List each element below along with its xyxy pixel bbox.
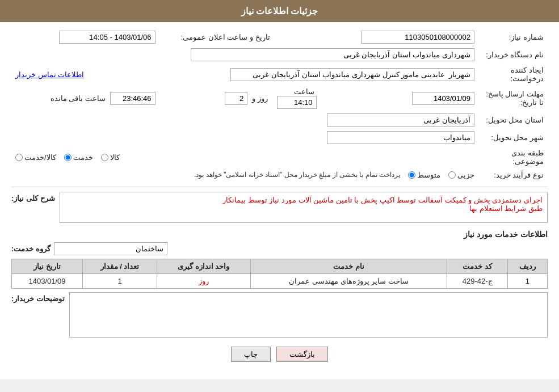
noeFaraind-radio-group: پرداخت تمام یا بخشی از مبلغ خریدار محل "… [15, 171, 474, 179]
page-header: جزئیات اطلاعات نیاز [0, 0, 559, 22]
tabaghe-label: طبقه بندی موضوعی: [478, 147, 547, 167]
radio-khedmat[interactable]: خدمت [64, 153, 93, 162]
khadamat-section-title: اطلاعات خدمات مورد نیاز [11, 230, 548, 239]
ijadKonande-label: ایجاد کننده درخواست: [478, 64, 547, 85]
form-table: شماره نیاز: تاریخ و ساعت اعلان عمومی: نا… [11, 28, 548, 182]
sharh-kolli-section: شرح کلی نیاز: اجرای دستمزدی پخش و کمیکت … [11, 192, 548, 223]
shahrTahvil-input[interactable] [327, 131, 474, 144]
tarikheElam-input[interactable] [59, 31, 155, 44]
row-shahrTahvil: شهر محل تحویل: [12, 129, 547, 146]
radio-jozii[interactable]: جزیی [448, 171, 474, 179]
ittilaat-link[interactable]: اطلاعات تماس خریدار [15, 70, 84, 79]
cell-kod: ج-42-429 [447, 274, 507, 289]
saat-label: ساعت [294, 87, 314, 96]
shomareNiaz-input[interactable] [361, 31, 474, 44]
shomareNiaz-label: شماره نیاز: [478, 29, 547, 45]
namDastgah-label: نام دستگاه خریدار: [478, 47, 547, 63]
geroheKhadamat-input[interactable] [54, 242, 167, 255]
table-row: 1 ج-42-429 ساخت سایر پروژه‌های مهندسی عم… [12, 274, 548, 289]
page-wrapper: جزئیات اطلاعات نیاز شماره نیاز: تاریخ و … [0, 0, 559, 379]
row-namDastgah: نام دستگاه خریدار: [12, 47, 547, 63]
row-ijadKonande: ایجاد کننده درخواست: اطلاعات تماس خریدار [12, 64, 547, 85]
row-mohlatErsal: مهلت ارسال پاسخ: تا تاریخ: ساعت روز و سا… [12, 86, 547, 111]
col-nam: نام خدمت [250, 259, 447, 274]
radio-motavaset[interactable]: متوسط [408, 171, 440, 179]
table-body: 1 ج-42-429 ساخت سایر پروژه‌های مهندسی عم… [12, 274, 548, 289]
mohlatErsal-label: مهلت ارسال پاسخ: تا تاریخ: [478, 86, 547, 111]
row-tabaghe: طبقه بندی موضوعی: کالا/خدمت خدمت ک [12, 147, 547, 167]
geroheKhadamat-row: گروه خدمت: [11, 242, 548, 255]
cell-radif: 1 [507, 274, 547, 289]
sharhKolli-label: شرح کلی نیاز: [11, 192, 55, 203]
back-button[interactable]: بازگشت [276, 347, 328, 362]
tosihKharidar-section: توضیحات خریدار: [11, 292, 548, 338]
row-ostanTahvil: استان محل تحویل: [12, 112, 547, 128]
cell-nam: ساخت سایر پروژه‌های مهندسی عمران [250, 274, 447, 289]
col-kod: کد خدمت [447, 259, 507, 274]
roz-label: روز و [252, 94, 268, 103]
tosihKharidar-textarea[interactable] [69, 292, 548, 338]
tabaghe-radio-group: کالا/خدمت خدمت کالا [15, 153, 474, 162]
date-input[interactable] [412, 92, 474, 105]
noeFaraind-label: نوع فرآیند خرید: [478, 168, 547, 181]
tosihKharidar-label: توضیحات خریدار: [11, 292, 65, 303]
remaining-input[interactable] [110, 92, 155, 105]
content-area: شماره نیاز: تاریخ و ساعت اعلان عمومی: نا… [0, 22, 559, 368]
cell-tarikh: 1403/01/09 [12, 274, 83, 289]
page-title: جزئیات اطلاعات نیاز [241, 6, 318, 16]
col-radif: ردیف [507, 259, 547, 274]
divider-1 [11, 187, 548, 187]
cell-vahed: روز [157, 274, 250, 289]
row-shomareNiaz: شماره نیاز: تاریخ و ساعت اعلان عمومی: [12, 29, 547, 45]
table-header: ردیف کد خدمت نام خدمت واحد اندازه گیری ت… [12, 259, 548, 274]
col-tarikh: تاریخ نیاز [12, 259, 83, 274]
ostanTahvil-label: استان محل تحویل: [478, 112, 547, 128]
row-noeFaraind: نوع فرآیند خرید: پرداخت تمام یا بخشی از … [12, 168, 547, 181]
ijadKonande-input[interactable] [230, 68, 474, 81]
radio-kala-khedmat[interactable]: کالا/خدمت [15, 153, 56, 162]
remaining-label: ساعت باقی مانده [51, 94, 106, 103]
tarikheElam-label: تاریخ و ساعت اعلان عمومی: [159, 29, 273, 45]
services-table: ردیف کد خدمت نام خدمت واحد اندازه گیری ت… [11, 259, 548, 289]
print-button[interactable]: چاپ [231, 347, 271, 362]
roz-input[interactable] [225, 92, 247, 105]
esnad-note: پرداخت تمام یا بخشی از مبلغ خریدار محل "… [194, 171, 400, 179]
geroheKhadamat-label: گروه خدمت: [11, 245, 51, 253]
col-tedad: تعداد / مقدار [83, 259, 157, 274]
shahrTahvil-label: شهر محل تحویل: [478, 129, 547, 146]
ostanTahvil-input[interactable] [327, 113, 474, 127]
sharhKolli-box: اجرای دستمزدی پخش و کمیکت آسفالت توسط اک… [60, 192, 548, 223]
radio-kala[interactable]: کالا [101, 153, 120, 162]
col-vahed: واحد اندازه گیری [157, 259, 250, 274]
cell-tedad: 1 [83, 274, 157, 289]
buttons-row: بازگشت چاپ [11, 347, 548, 362]
namDastgah-input[interactable] [191, 48, 474, 61]
saat-input[interactable] [277, 96, 317, 109]
